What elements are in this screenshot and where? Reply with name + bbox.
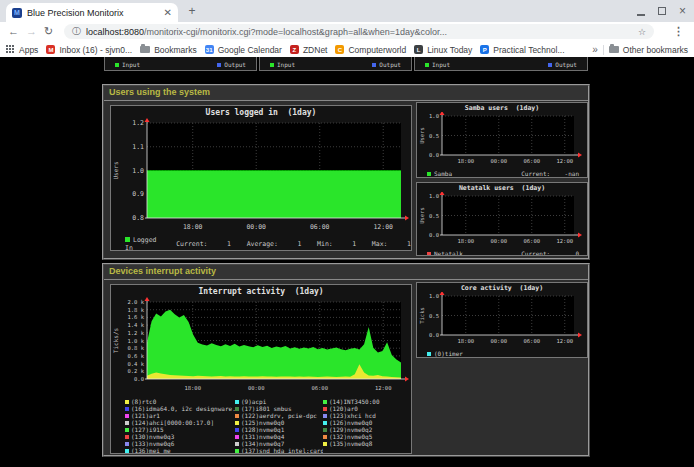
svg-text:12:00: 12:00 xyxy=(556,338,573,344)
other-bookmarks-button[interactable]: Other bookmarks xyxy=(609,45,688,55)
svg-text:0.4 k: 0.4 k xyxy=(127,361,144,367)
svg-text:0.5: 0.5 xyxy=(429,313,439,319)
window-close-button[interactable]: × xyxy=(679,5,686,17)
legend-entry: (128)nvme0q1 xyxy=(235,426,323,433)
legend-entry: (132)nvme0q5 xyxy=(323,433,409,440)
bookmark-favicon-icon: L xyxy=(414,45,423,54)
legend-input: Input xyxy=(115,61,140,68)
legend-entry: (16)idma64.0, i2c_designware.0 xyxy=(125,405,235,412)
window-maximize-button[interactable] xyxy=(658,7,666,15)
graph-canvas: 0.00.51.018:0000:0006:0012:00Ticks xyxy=(417,292,587,345)
svg-text:1.0 k: 1.0 k xyxy=(127,338,144,344)
legend-entry: (121)ar1 xyxy=(125,412,235,419)
svg-text:0.0: 0.0 xyxy=(429,152,439,158)
graph-title: Netatalk users (1day) xyxy=(417,183,587,192)
legend-swatch xyxy=(323,442,327,446)
legend-swatch xyxy=(323,428,327,432)
address-bar[interactable]: ⓘ localhost:8080/monitorix-cgi/monitorix… xyxy=(64,24,654,39)
legend-swatch xyxy=(235,421,239,425)
svg-text:0.0: 0.0 xyxy=(134,376,144,382)
svg-text:1.0: 1.0 xyxy=(429,193,439,199)
bookmark-item-2[interactable]: 31Google Calendar xyxy=(205,45,282,55)
forward-button[interactable]: → xyxy=(26,25,37,38)
new-tab-button[interactable]: + xyxy=(184,4,200,20)
partial-graph-box[interactable]: Input Output xyxy=(104,57,257,71)
legend-swatch xyxy=(427,172,431,176)
window-minimize-button[interactable] xyxy=(637,14,645,16)
legend-output: Output xyxy=(217,61,246,68)
legend-swatch xyxy=(235,407,239,411)
reload-button[interactable]: ↻ xyxy=(44,25,53,38)
back-button[interactable]: ← xyxy=(8,25,19,38)
svg-text:06:00: 06:00 xyxy=(310,223,330,231)
input-legend-swatch xyxy=(425,63,429,67)
input-legend-swatch xyxy=(115,63,119,67)
svg-text:1.0: 1.0 xyxy=(429,113,439,119)
legend-entry: (124)ahci[0000:00:17.0] xyxy=(125,419,235,426)
svg-text:Users: Users xyxy=(112,161,119,179)
legend-swatch xyxy=(323,421,327,425)
svg-text:0.8 k: 0.8 k xyxy=(127,345,144,351)
legend-swatch xyxy=(427,352,431,356)
bookmark-item-4[interactable]: CComputerworld xyxy=(335,45,406,55)
graph-title: Samba users (1day) xyxy=(417,103,587,112)
graph-stats: Current: 0 xyxy=(521,250,579,256)
legend-output: Output xyxy=(372,61,401,68)
graph-netatalk-users[interactable]: Netatalk users (1day)0.00.51.018:0000:00… xyxy=(416,182,588,256)
svg-text:00:00: 00:00 xyxy=(246,223,266,231)
svg-text:1.0: 1.0 xyxy=(132,167,144,175)
legend-swatch xyxy=(235,449,239,453)
legend-swatch xyxy=(235,435,239,439)
bookmarks-items: Apps MInbox (16) - sjvn0...Bookmarks31Go… xyxy=(6,42,578,57)
browser-menu-icon[interactable]: ⋮ xyxy=(673,25,684,38)
bookmark-favicon-icon: C xyxy=(335,45,344,54)
svg-text:06:00: 06:00 xyxy=(311,385,328,391)
svg-text:06:00: 06:00 xyxy=(523,238,540,244)
previous-graphs-strip: Input Output Input Output Input Output xyxy=(0,57,694,72)
bookmark-item-5[interactable]: LLinux Today xyxy=(414,45,472,55)
site-favicon-icon: M xyxy=(12,8,22,18)
svg-text:0.5: 0.5 xyxy=(429,133,439,139)
legend-swatch xyxy=(323,400,327,404)
bookmark-item-3[interactable]: ZZDNet xyxy=(290,45,328,55)
svg-text:12:00: 12:00 xyxy=(556,158,573,164)
svg-text:18:00: 18:00 xyxy=(457,238,474,244)
svg-text:0.6 k: 0.6 k xyxy=(127,353,144,359)
bookmark-item-0[interactable]: MInbox (16) - sjvn0... xyxy=(46,45,132,55)
bookmark-favicon-icon: P xyxy=(480,45,489,54)
browser-tab[interactable]: M Blue Precision Monitorix ✕ xyxy=(6,3,178,22)
window-controls: × xyxy=(637,4,686,18)
legend-entry: (126)nvme0q0 xyxy=(323,419,409,426)
graph-interrupt-activity[interactable]: Interrupt activity (1day)0.00.2 k0.4 k0.… xyxy=(110,284,412,454)
legend-entry: (129)nvme0q2 xyxy=(323,426,409,433)
partial-graph-box[interactable]: Input Output xyxy=(259,57,412,71)
bookmark-item-1[interactable]: Bookmarks xyxy=(140,45,197,55)
url-text: localhost:8080/monitorix-cgi/monitorix.c… xyxy=(86,27,633,37)
bookmark-star-icon[interactable]: ☆ xyxy=(638,27,646,37)
legend-input: Input xyxy=(270,61,295,68)
graph-samba-users[interactable]: Samba users (1day)0.00.51.018:0000:0006:… xyxy=(416,102,588,178)
section-interrupts-header: Devices interrupt activity xyxy=(104,265,588,280)
bookmark-label: Inbox (16) - sjvn0... xyxy=(59,45,132,55)
svg-text:12:00: 12:00 xyxy=(373,223,393,231)
svg-text:06:00: 06:00 xyxy=(523,158,540,164)
legend-entry: (0)timer xyxy=(427,350,463,357)
legend-entry: Samba xyxy=(427,170,452,177)
section-interrupts: Devices interrupt activity Interrupt act… xyxy=(102,263,590,457)
bookmark-item-6[interactable]: PPractical Technol... xyxy=(480,45,564,55)
bookmark-label: Practical Technol... xyxy=(493,45,564,55)
partial-graph-box[interactable]: Input Output xyxy=(414,57,588,71)
bookmarks-overflow-icon[interactable]: » xyxy=(592,44,598,55)
apps-button[interactable]: Apps xyxy=(6,45,38,55)
graph-canvas: 0.00.2 k0.4 k0.6 k0.8 k1.0 k1.2 k1.4 k1.… xyxy=(111,296,411,392)
tab-close-icon[interactable]: ✕ xyxy=(164,8,172,18)
legend-swatch xyxy=(427,252,431,256)
page-info-icon[interactable]: ⓘ xyxy=(72,27,81,36)
graph-core-activity[interactable]: Core activity (1day)0.00.51.018:0000:000… xyxy=(416,282,588,358)
bookmark-label: ZDNet xyxy=(303,45,328,55)
graph-users-logged-in[interactable]: Users logged in (1day)0.80.91.01.11.218:… xyxy=(110,105,412,251)
tab-title: Blue Precision Monitorix xyxy=(27,8,160,18)
url-host: localhost:8080 xyxy=(86,27,144,37)
section-users-header: Users using the system xyxy=(104,86,588,101)
legend-swatch xyxy=(235,414,239,418)
